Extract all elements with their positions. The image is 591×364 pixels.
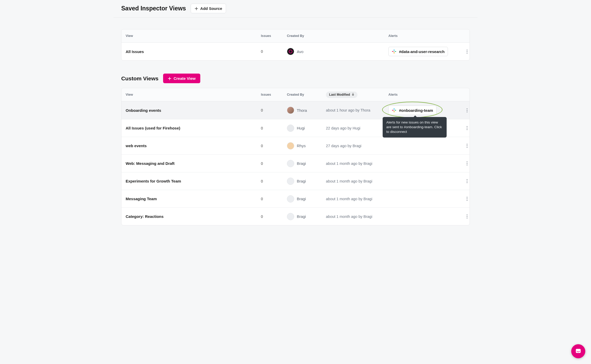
- issues-count: 0: [261, 197, 287, 201]
- issues-count: 0: [261, 108, 287, 112]
- issues-count: 0: [261, 126, 287, 130]
- created-by: Thora: [287, 107, 326, 114]
- col-created-by: Created By: [287, 93, 326, 96]
- view-name: Experiments for Growth Team: [126, 179, 261, 183]
- svg-rect-8: [392, 110, 394, 111]
- add-source-label: Add Source: [200, 6, 222, 11]
- table-row[interactable]: Messaging Team0Bragiabout 1 month ago by…: [121, 190, 470, 207]
- view-name: Messaging Team: [126, 197, 261, 201]
- top-header: Saved Inspector Views Add Source: [113, 0, 478, 18]
- arrow-down-icon: [352, 93, 354, 97]
- last-modified: 22 days ago by Hugi: [326, 126, 388, 130]
- last-modified: 27 days ago by Bragi: [326, 144, 388, 148]
- col-alerts: Alerts: [388, 93, 464, 96]
- avatar: [287, 125, 294, 132]
- avatar: [287, 107, 294, 114]
- svg-rect-1: [394, 49, 395, 51]
- row-menu-button[interactable]: [464, 143, 470, 149]
- svg-point-0: [289, 50, 292, 53]
- issues-count: 0: [261, 179, 287, 183]
- alerts-cell: #onboarding-teamAlerts for new issues on…: [388, 106, 464, 115]
- avatar: [287, 213, 294, 220]
- plus-icon: [195, 7, 198, 10]
- last-modified: about 1 month ago by Bragi: [326, 197, 388, 201]
- row-menu-button[interactable]: [464, 160, 470, 167]
- issues-count: 0: [261, 214, 287, 219]
- created-by: Hugi: [287, 125, 326, 132]
- col-last-modified[interactable]: Last Modified: [326, 92, 388, 98]
- created-by: Bragi: [287, 178, 326, 185]
- row-menu-button[interactable]: [464, 125, 470, 131]
- create-view-label: Create View: [174, 76, 196, 81]
- col-alerts: Alerts: [388, 34, 464, 38]
- col-issues: Issues: [261, 34, 287, 38]
- alert-chip[interactable]: #data-and-user-research: [388, 47, 448, 56]
- svg-rect-3: [394, 52, 395, 54]
- issues-count: 0: [261, 161, 287, 166]
- custom-views-header: Custom Views Create View: [121, 74, 470, 83]
- slack-icon: [392, 49, 396, 54]
- view-name: Web: Messaging and Draft: [126, 161, 261, 166]
- alerts-cell: #data-and-user-research: [388, 47, 464, 56]
- create-view-button[interactable]: Create View: [163, 74, 200, 83]
- slack-icon: [392, 108, 396, 113]
- row-menu-button[interactable]: [464, 178, 470, 184]
- last-modified: about 1 month ago by Bragi: [326, 214, 388, 219]
- page-title: Saved Inspector Views: [121, 5, 186, 12]
- col-view: View: [126, 34, 261, 38]
- avatar: [287, 48, 294, 55]
- saved-views-table: View Issues Created By Alerts All Issues…: [121, 29, 470, 61]
- table-row[interactable]: Category: Reactions0Bragiabout 1 month a…: [121, 207, 470, 225]
- view-name: Onboarding events: [126, 108, 261, 113]
- col-issues: Issues: [261, 93, 287, 96]
- view-name: All Issues: [126, 49, 261, 54]
- svg-rect-7: [394, 111, 395, 112]
- last-modified: about 1 month ago by Bragi: [326, 161, 388, 166]
- svg-rect-4: [392, 51, 394, 52]
- last-modified: about 1 month ago by Bragi: [326, 179, 388, 183]
- custom-views-table: View Issues Created By Last Modified Ale…: [121, 88, 470, 225]
- table-row[interactable]: All Issues0Avo#data-and-user-research: [121, 43, 470, 60]
- avatar: [287, 160, 294, 167]
- avatar: [287, 178, 294, 185]
- view-name: Category: Reactions: [126, 214, 261, 219]
- table-row[interactable]: Experiments for Growth Team0Bragiabout 1…: [121, 172, 470, 190]
- svg-rect-2: [395, 51, 396, 52]
- row-menu-button[interactable]: [464, 48, 470, 55]
- table-row[interactable]: Web: Messaging and Draft0Bragiabout 1 mo…: [121, 154, 470, 172]
- table-row[interactable]: web events0Rhys27 days ago by Bragi: [121, 137, 470, 154]
- created-by: Rhys: [287, 142, 326, 150]
- created-by: Avo: [287, 48, 326, 55]
- svg-rect-6: [395, 110, 396, 111]
- row-menu-button[interactable]: [464, 107, 470, 113]
- view-name: web events: [126, 144, 261, 148]
- issues-count: 0: [261, 49, 287, 54]
- avatar: [287, 195, 294, 203]
- avatar: [287, 142, 294, 150]
- alert-chip[interactable]: #onboarding-team: [388, 106, 436, 115]
- plus-icon: [168, 77, 171, 80]
- view-name: All Issues (used for Firehose): [126, 126, 261, 130]
- issues-count: 0: [261, 144, 287, 148]
- created-by: Bragi: [287, 195, 326, 203]
- alert-tooltip: Alerts for new issues on this view are s…: [383, 117, 447, 138]
- last-modified: about 1 hour ago by Thora: [326, 108, 388, 112]
- custom-views-title: Custom Views: [121, 75, 158, 82]
- svg-rect-5: [394, 108, 395, 110]
- add-source-button[interactable]: Add Source: [191, 4, 226, 13]
- created-by: Bragi: [287, 213, 326, 220]
- col-view: View: [126, 93, 261, 96]
- row-menu-button[interactable]: [464, 213, 470, 220]
- col-created-by: Created By: [287, 34, 326, 38]
- table-row[interactable]: Onboarding events0Thoraabout 1 hour ago …: [121, 101, 470, 119]
- row-menu-button[interactable]: [464, 196, 470, 202]
- created-by: Bragi: [287, 160, 326, 167]
